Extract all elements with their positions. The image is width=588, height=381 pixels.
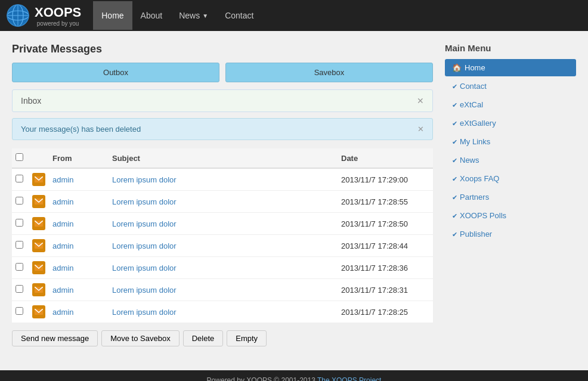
row-subject: Lorem ipsum dolor bbox=[109, 168, 338, 191]
subject-link[interactable]: Lorem ipsum dolor bbox=[112, 219, 177, 228]
nav-about[interactable]: About bbox=[132, 1, 171, 30]
sidebar-link-2[interactable]: ✔eXtCal bbox=[445, 96, 576, 113]
sidebar-item-news: ✔News bbox=[445, 151, 576, 169]
sidebar-link-0[interactable]: 🏠Home bbox=[445, 59, 576, 76]
row-checkbox[interactable] bbox=[16, 263, 23, 271]
sidebar-item-xoops-polls: ✔XOOPS Polls bbox=[445, 207, 576, 224]
from-link[interactable]: admin bbox=[52, 197, 73, 206]
check-icon: ✔ bbox=[452, 138, 457, 145]
footer-link[interactable]: The XOOPS Project bbox=[317, 376, 381, 381]
row-subject: Lorem ipsum dolor bbox=[109, 257, 338, 279]
row-icon-cell bbox=[29, 191, 49, 213]
sidebar-link-5[interactable]: ✔News bbox=[445, 151, 576, 169]
sidebar: Main Menu 🏠Home✔Contact✔eXtCal✔eXtGaller… bbox=[445, 43, 576, 346]
row-date: 2013/11/7 17:29:00 bbox=[338, 168, 433, 191]
row-checkbox[interactable] bbox=[16, 241, 23, 249]
row-subject: Lorem ipsum dolor bbox=[109, 279, 338, 301]
row-from: admin bbox=[49, 235, 109, 257]
row-checkbox[interactable] bbox=[16, 219, 23, 227]
from-link[interactable]: admin bbox=[52, 264, 73, 272]
th-from: From bbox=[49, 148, 109, 168]
row-date: 2013/11/7 17:28:55 bbox=[338, 191, 433, 213]
subject-link[interactable]: Lorem ipsum dolor bbox=[112, 175, 177, 184]
move-to-savebox-button[interactable]: Move to Savebox bbox=[101, 330, 179, 346]
from-link[interactable]: admin bbox=[52, 286, 73, 295]
inbox-label: Inbox bbox=[21, 96, 41, 106]
table-row: admin Lorem ipsum dolor 2013/11/7 17:28:… bbox=[12, 301, 433, 323]
sidebar-item-extgallery: ✔eXtGallery bbox=[445, 114, 576, 132]
message-icon bbox=[32, 217, 45, 230]
empty-button[interactable]: Empty bbox=[227, 330, 267, 346]
sidebar-item-extcal: ✔eXtCal bbox=[445, 96, 576, 113]
footer-text: Powered by XOOPS © 2001-2013 bbox=[207, 376, 315, 381]
row-subject: Lorem ipsum dolor bbox=[109, 301, 338, 323]
row-checkbox[interactable] bbox=[16, 197, 23, 205]
outbox-button[interactable]: Outbox bbox=[12, 63, 219, 82]
th-subject: Subject bbox=[109, 148, 338, 168]
savebox-button[interactable]: Savebox bbox=[225, 63, 433, 82]
sidebar-link-8[interactable]: ✔XOOPS Polls bbox=[445, 207, 576, 224]
nav-contact[interactable]: Contact bbox=[216, 1, 262, 30]
row-checkbox-cell bbox=[12, 213, 29, 235]
from-link[interactable]: admin bbox=[52, 219, 73, 228]
check-icon: ✔ bbox=[452, 194, 457, 201]
subject-link[interactable]: Lorem ipsum dolor bbox=[112, 197, 177, 206]
from-link[interactable]: admin bbox=[52, 175, 73, 184]
globe-icon bbox=[6, 4, 30, 27]
subject-link[interactable]: Lorem ipsum dolor bbox=[112, 308, 177, 317]
messages-table: From Subject Date admin Lo bbox=[12, 148, 433, 323]
sidebar-link-6[interactable]: ✔Xoops FAQ bbox=[445, 170, 576, 187]
table-row: admin Lorem ipsum dolor 2013/11/7 17:28:… bbox=[12, 191, 433, 213]
row-checkbox-cell bbox=[12, 235, 29, 257]
row-icon-cell bbox=[29, 279, 49, 301]
sidebar-link-7[interactable]: ✔Partners bbox=[445, 188, 576, 206]
row-checkbox[interactable] bbox=[16, 307, 23, 315]
message-icon bbox=[32, 239, 45, 252]
sidebar-item-publisher: ✔Publisher bbox=[445, 225, 576, 243]
message-icon bbox=[32, 283, 45, 296]
nav-news[interactable]: News ▼ bbox=[171, 1, 216, 30]
nav-home[interactable]: Home bbox=[93, 1, 132, 30]
alert-close-icon[interactable]: ✕ bbox=[417, 125, 424, 134]
alert-panel: Your message(s) has been deleted ✕ bbox=[12, 118, 433, 140]
from-link[interactable]: admin bbox=[52, 308, 73, 317]
navbar: XOOPS powered by you Home About News ▼ C… bbox=[0, 0, 588, 31]
row-subject: Lorem ipsum dolor bbox=[109, 213, 338, 235]
check-icon: ✔ bbox=[452, 83, 457, 90]
mailbox-buttons: Outbox Savebox bbox=[12, 63, 433, 82]
subject-link[interactable]: Lorem ipsum dolor bbox=[112, 264, 177, 272]
row-checkbox[interactable] bbox=[16, 175, 23, 182]
row-from: admin bbox=[49, 191, 109, 213]
row-checkbox[interactable] bbox=[16, 285, 23, 293]
send-new-button[interactable]: Send new message bbox=[12, 330, 98, 346]
check-icon: ✔ bbox=[452, 231, 457, 238]
inbox-panel: Inbox ✕ bbox=[12, 89, 433, 112]
subject-link[interactable]: Lorem ipsum dolor bbox=[112, 286, 177, 295]
content-area: Private Messages Outbox Savebox Inbox ✕ … bbox=[12, 43, 433, 346]
sidebar-item-partners: ✔Partners bbox=[445, 188, 576, 206]
footer: Powered by XOOPS © 2001-2013 The XOOPS P… bbox=[0, 370, 588, 381]
row-date: 2013/11/7 17:28:25 bbox=[338, 301, 433, 323]
row-subject: Lorem ipsum dolor bbox=[109, 191, 338, 213]
brand-subtitle: powered by you bbox=[35, 20, 81, 27]
row-checkbox-cell bbox=[12, 168, 29, 191]
select-all-checkbox[interactable] bbox=[16, 153, 23, 161]
sidebar-link-3[interactable]: ✔eXtGallery bbox=[445, 114, 576, 132]
sidebar-item-xoops-faq: ✔Xoops FAQ bbox=[445, 170, 576, 187]
row-subject: Lorem ipsum dolor bbox=[109, 235, 338, 257]
message-icon bbox=[32, 195, 45, 208]
sidebar-link-9[interactable]: ✔Publisher bbox=[445, 225, 576, 243]
message-icon bbox=[32, 173, 45, 186]
th-icon bbox=[29, 148, 49, 168]
page-title: Private Messages bbox=[12, 43, 433, 55]
sidebar-link-1[interactable]: ✔Contact bbox=[445, 78, 576, 95]
inbox-close-icon[interactable]: ✕ bbox=[417, 96, 424, 106]
subject-link[interactable]: Lorem ipsum dolor bbox=[112, 241, 177, 250]
sidebar-link-4[interactable]: ✔My Links bbox=[445, 133, 576, 150]
row-date: 2013/11/7 17:28:31 bbox=[338, 279, 433, 301]
row-checkbox-cell bbox=[12, 301, 29, 323]
delete-button[interactable]: Delete bbox=[183, 330, 224, 346]
home-icon: 🏠 bbox=[452, 63, 462, 72]
from-link[interactable]: admin bbox=[52, 241, 73, 250]
row-date: 2013/11/7 17:28:36 bbox=[338, 257, 433, 279]
